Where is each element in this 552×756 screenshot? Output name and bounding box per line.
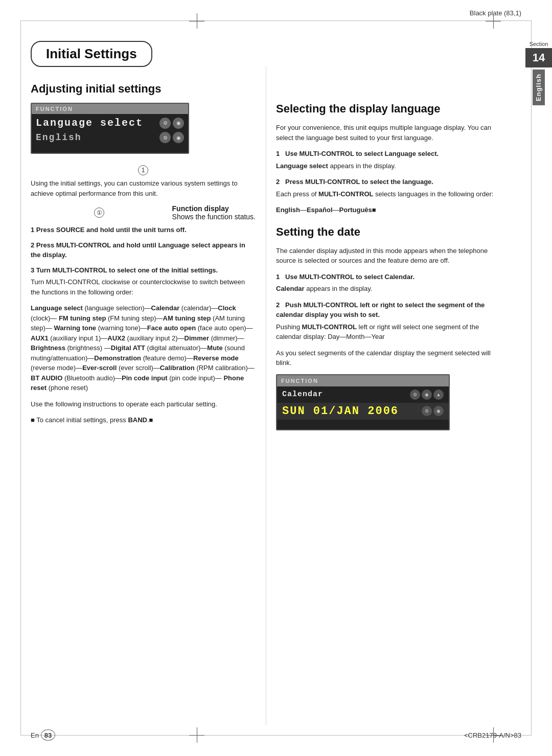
step3-body1: Turn MULTI-CONTROL clockwise or counterc… — [31, 277, 256, 297]
cal-icons: ⚙ ◉ ▲ — [410, 390, 444, 400]
crosshair-top — [189, 13, 204, 29]
cal-date-icon-1: ⚙ — [422, 406, 432, 416]
cal-date-text: SUN 01/JAN 2006 — [282, 405, 399, 418]
cal-icon-3: ▲ — [433, 390, 444, 400]
cal-date-icon-2: ◉ — [433, 406, 444, 416]
date-step2-body1: Pushing MULTI-CONTROL left or right will… — [276, 322, 501, 342]
screen-sub-icons: ⚙ ◉ — [159, 132, 184, 143]
section-label: Section — [530, 41, 548, 47]
date-step2-heading: 2 Push MULTI-CONTROL left or right to se… — [276, 300, 501, 320]
cal-date-icons: ⚙ ◉ — [422, 406, 444, 416]
right-step1-block: 1 Use MULTI-CONTROL to select Language s… — [276, 149, 501, 171]
screen-icon-2: ◉ — [173, 118, 184, 129]
cal-icon-2: ◉ — [422, 390, 432, 400]
calendar-display-screen: FUNCTION Calendar ⚙ ◉ ▲ SUN 01/JAN 2006 … — [276, 374, 450, 430]
footer-en-section: En 83 — [31, 729, 55, 741]
left-column: Initial Settings Adjusting initial setti… — [31, 41, 256, 431]
date-step1-body: Calendar appears in the display. — [276, 284, 501, 294]
step3-body2: Language select (language selection)—Cal… — [31, 303, 256, 393]
title-box: Initial Settings — [31, 41, 152, 67]
footer-en-label: En — [31, 731, 39, 739]
adjusting-heading: Adjusting initial settings — [31, 82, 256, 96]
date-step1-block: 1 Use MULTI-CONTROL to select Calendar. … — [276, 272, 501, 294]
annotation-title: Function display — [172, 204, 229, 213]
bullet1: ■ To cancel initial settings, press BAND… — [31, 415, 256, 425]
screen-top-bar: FUNCTION — [32, 104, 188, 114]
step3-block: 3 Turn MULTI-CONTROL to select one of th… — [31, 265, 256, 425]
right-step2-heading: 2 Press MULTI-CONTROL to select the lang… — [276, 177, 501, 187]
step1-block: 1 Press SOURCE and hold until the unit t… — [31, 225, 256, 235]
cal-date-row: SUN 01/JAN 2006 ⚙ ◉ — [277, 403, 449, 420]
date-step2-block: 2 Push MULTI-CONTROL left or right to se… — [276, 300, 501, 368]
circle-number-1: 1 — [138, 165, 148, 175]
cal-main-text: Calendar — [282, 390, 323, 399]
section-tab: Section 14 English — [525, 41, 552, 105]
right-column: Selecting the display language For your … — [276, 102, 501, 430]
annotation-content: Function display Shows the function stat… — [172, 204, 256, 221]
screen-icon-1: ⚙ — [159, 118, 171, 129]
step1-heading: 1 Press SOURCE and hold until the unit t… — [31, 225, 256, 235]
selecting-heading: Selecting the display language — [276, 102, 501, 116]
crosshair-top-right — [486, 13, 501, 29]
section-number: 14 — [525, 48, 552, 67]
cal-main-row: Calendar ⚙ ◉ ▲ — [277, 386, 449, 403]
annotation-number: ① — [94, 208, 104, 218]
step3-body3: Use the following instructions to operat… — [31, 399, 256, 409]
date-intro: The calender display adjusted in this mo… — [276, 246, 501, 266]
screen-sub-icon-1: ⚙ — [159, 132, 171, 143]
date-step2-body2: As you select segments of the calendar d… — [276, 348, 501, 368]
cal-top-bar: FUNCTION — [277, 375, 449, 386]
screen-sub-text: English — [36, 132, 82, 143]
footer-code: <CRB2179-A/N>83 — [464, 731, 521, 739]
footer-page-number: 83 — [41, 729, 55, 741]
screen-main-text: Language select — [36, 117, 143, 129]
selecting-intro: For your convenience, this unit equips m… — [276, 123, 501, 143]
right-step2-body1: Each press of MULTI-CONTROL selects lang… — [276, 189, 501, 199]
right-step2-body2: English—Español—Português■ — [276, 205, 501, 215]
intro-text: Using the initial settings, you can cust… — [31, 178, 256, 198]
annotation-block: ① Function display Shows the function st… — [31, 204, 256, 221]
annotation-body: Shows the function status. — [172, 213, 256, 221]
step3-heading: 3 Turn MULTI-CONTROL to select one of th… — [31, 265, 256, 276]
date-step1-heading: 1 Use MULTI-CONTROL to select Calendar. — [276, 272, 501, 282]
step2-block: 2 Press MULTI-CONTROL and hold until Lan… — [31, 240, 256, 260]
page-title: Initial Settings — [46, 46, 137, 62]
footer: En 83 <CRB2179-A/N>83 — [0, 729, 552, 741]
setting-date-heading: Setting the date — [276, 225, 501, 239]
function-display-screen: FUNCTION Language select ⚙ ◉ English ⚙ ◉ — [31, 103, 189, 154]
screen-icons: ⚙ ◉ — [159, 118, 184, 129]
right-step1-heading: 1 Use MULTI-CONTROL to select Language s… — [276, 149, 501, 159]
section-english: English — [533, 70, 545, 105]
step2-heading: 2 Press MULTI-CONTROL and hold until Lan… — [31, 240, 256, 260]
screen-sub-icon-2: ◉ — [173, 132, 184, 143]
right-step2-block: 2 Press MULTI-CONTROL to select the lang… — [276, 177, 501, 215]
right-step1-body: Language select appears in the display. — [276, 161, 501, 171]
cal-icon-1: ⚙ — [410, 390, 420, 400]
circle-number-container: 1 — [31, 162, 256, 178]
